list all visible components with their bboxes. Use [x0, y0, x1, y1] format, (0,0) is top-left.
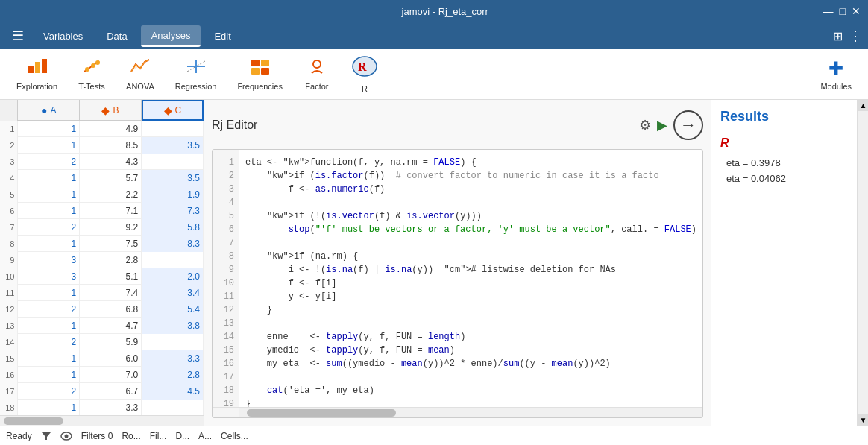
- table-row[interactable]: 16 1 7.0 2.8: [0, 367, 204, 383]
- cell-a[interactable]: 1: [18, 318, 80, 334]
- cell-a[interactable]: 3: [18, 268, 80, 285]
- menu-variables[interactable]: Variables: [33, 26, 93, 46]
- table-row[interactable]: 7 2 9.2 5.8: [0, 219, 204, 236]
- table-row[interactable]: 2 1 8.5 3.5: [0, 137, 204, 154]
- toolbar-frequencies[interactable]: Frequencies: [228, 54, 292, 95]
- toolbar-ttests[interactable]: T-Tests: [69, 54, 114, 95]
- window-controls[interactable]: — □ ✕: [823, 5, 861, 17]
- cell-b[interactable]: 2.8: [80, 252, 142, 268]
- scroll-up-btn[interactable]: ▲: [858, 100, 868, 111]
- cell-c[interactable]: 3.8: [142, 318, 204, 334]
- table-row[interactable]: 14 2 5.9: [0, 334, 204, 350]
- gear-icon[interactable]: ⚙: [639, 117, 651, 133]
- cell-a[interactable]: 1: [18, 350, 80, 367]
- cell-a[interactable]: 2: [18, 219, 80, 236]
- cell-a[interactable]: 1: [18, 236, 80, 252]
- cell-b[interactable]: 5.1: [80, 268, 142, 285]
- cell-a[interactable]: 2: [18, 334, 80, 350]
- cell-b[interactable]: 7.5: [80, 236, 142, 252]
- cell-b[interactable]: 8.5: [80, 137, 142, 154]
- cell-c[interactable]: [142, 334, 204, 350]
- h-scroll-thumb[interactable]: [4, 417, 63, 425]
- more-icon[interactable]: ⋮: [849, 28, 862, 44]
- table-row[interactable]: 6 1 7.1 7.3: [0, 203, 204, 219]
- cell-b[interactable]: 7.1: [80, 203, 142, 219]
- cell-c[interactable]: 4.5: [142, 383, 204, 400]
- cell-a[interactable]: 1: [18, 285, 80, 301]
- minimize-button[interactable]: —: [823, 5, 834, 17]
- table-row[interactable]: 17 2 6.7 4.5: [0, 383, 204, 400]
- table-row[interactable]: 15 1 6.0 3.3: [0, 350, 204, 367]
- table-row[interactable]: 3 2 4.3: [0, 154, 204, 170]
- toolbar-regression[interactable]: Regression: [166, 54, 226, 95]
- cell-a[interactable]: 1: [18, 137, 80, 154]
- cell-a[interactable]: 1: [18, 203, 80, 219]
- table-row[interactable]: 4 1 5.7 3.5: [0, 170, 204, 186]
- scroll-down-btn[interactable]: ▼: [858, 414, 868, 426]
- table-row[interactable]: 1 1 4.9: [0, 121, 204, 137]
- toolbar-r[interactable]: R R: [342, 51, 387, 98]
- cell-b[interactable]: 2.2: [80, 186, 142, 203]
- cell-b[interactable]: 4.9: [80, 121, 142, 137]
- results-scrollbar[interactable]: ▲ ▼: [857, 100, 868, 426]
- toolbar-modules[interactable]: ✚ Modules: [811, 54, 861, 95]
- table-row[interactable]: 10 3 5.1 2.0: [0, 268, 204, 285]
- cell-b[interactable]: 6.8: [80, 301, 142, 318]
- cell-c[interactable]: 8.3: [142, 236, 204, 252]
- menu-analyses[interactable]: Analyses: [141, 25, 201, 47]
- cell-c[interactable]: 3.4: [142, 285, 204, 301]
- toolbar-factor[interactable]: Factor: [295, 54, 339, 95]
- cell-c[interactable]: [142, 400, 204, 415]
- status-eye-icon[interactable]: [60, 432, 72, 441]
- cell-c[interactable]: 2.0: [142, 268, 204, 285]
- cell-c[interactable]: 3.3: [142, 350, 204, 367]
- close-button[interactable]: ✕: [852, 5, 861, 17]
- col-header-b[interactable]: ◆ B: [80, 100, 142, 121]
- cell-b[interactable]: 7.0: [80, 367, 142, 383]
- status-filter-icon[interactable]: [41, 431, 51, 441]
- cell-c[interactable]: 3.5: [142, 170, 204, 186]
- cell-b[interactable]: 9.2: [80, 219, 142, 236]
- cell-a[interactable]: 1: [18, 121, 80, 137]
- table-row[interactable]: 11 1 7.4 3.4: [0, 285, 204, 301]
- cell-b[interactable]: 6.0: [80, 350, 142, 367]
- cell-a[interactable]: 1: [18, 400, 80, 415]
- table-row[interactable]: 13 1 4.7 3.8: [0, 318, 204, 334]
- scrollbar-thumb[interactable]: [247, 409, 396, 417]
- cell-b[interactable]: 7.4: [80, 285, 142, 301]
- run-button[interactable]: →: [673, 110, 703, 140]
- cell-b[interactable]: 3.3: [80, 400, 142, 415]
- cell-a[interactable]: 1: [18, 367, 80, 383]
- cell-a[interactable]: 1: [18, 186, 80, 203]
- code-content[interactable]: eta <- "kw">function(f, y, na.rm = FALSE…: [239, 150, 702, 407]
- table-row[interactable]: 8 1 7.5 8.3: [0, 236, 204, 252]
- table-row[interactable]: 5 1 2.2 1.9: [0, 186, 204, 203]
- cell-c[interactable]: 3.5: [142, 137, 204, 154]
- editor-scrollbar[interactable]: [213, 407, 702, 417]
- cell-a[interactable]: 2: [18, 301, 80, 318]
- cell-a[interactable]: 2: [18, 154, 80, 170]
- table-row[interactable]: 9 3 2.8: [0, 252, 204, 268]
- col-header-a[interactable]: ● A: [18, 100, 80, 121]
- toolbar-exploration[interactable]: Exploration: [7, 54, 66, 95]
- table-row[interactable]: 18 1 3.3: [0, 400, 204, 415]
- cell-c[interactable]: 2.8: [142, 367, 204, 383]
- cell-c[interactable]: [142, 121, 204, 137]
- spreadsheet-body[interactable]: 1 1 4.9 2 1 8.5 3.5 3 2 4.3 4 1 5.7 3.5 …: [0, 121, 204, 415]
- scrollbar-track[interactable]: [239, 408, 702, 417]
- cell-a[interactable]: 2: [18, 383, 80, 400]
- menu-edit[interactable]: Edit: [204, 26, 241, 46]
- zoom-icon[interactable]: ⊞: [833, 29, 843, 43]
- play-icon[interactable]: ▶: [657, 117, 667, 133]
- cell-a[interactable]: 3: [18, 252, 80, 268]
- cell-b[interactable]: 5.9: [80, 334, 142, 350]
- toolbar-anova[interactable]: ANOVA: [117, 54, 163, 95]
- cell-c[interactable]: [142, 252, 204, 268]
- hamburger-menu[interactable]: ☰: [6, 25, 30, 47]
- cell-c[interactable]: 5.4: [142, 301, 204, 318]
- cell-c[interactable]: 5.8: [142, 219, 204, 236]
- cell-b[interactable]: 4.7: [80, 318, 142, 334]
- cell-c[interactable]: 7.3: [142, 203, 204, 219]
- menu-data[interactable]: Data: [96, 26, 137, 46]
- cell-a[interactable]: 1: [18, 170, 80, 186]
